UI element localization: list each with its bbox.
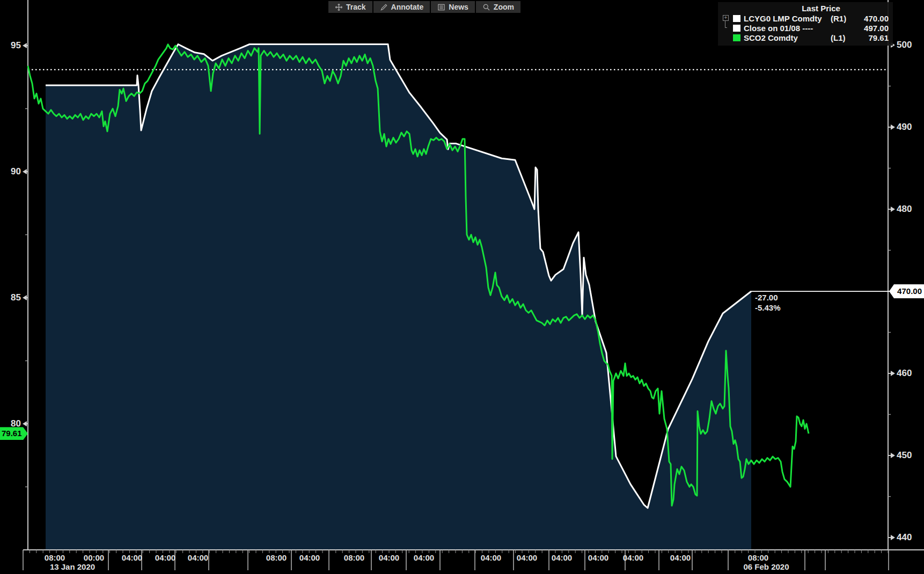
tick-arrow-icon bbox=[23, 169, 27, 174]
legend-row[interactable]: +LCYG0 LMP Comdty(R1)470.00 bbox=[721, 14, 889, 23]
right-axis-tick-label: 450 bbox=[891, 450, 912, 461]
toolbar-button-label: Zoom bbox=[494, 3, 514, 11]
x-axis-time-label: 04:00 bbox=[155, 553, 175, 562]
tick-arrow-icon bbox=[891, 453, 895, 458]
tick-value: 440 bbox=[897, 532, 912, 543]
x-axis-time-label: 08:00 bbox=[266, 553, 287, 562]
x-axis-time-label: 04:00 bbox=[623, 553, 643, 562]
tick-value: 90 bbox=[11, 166, 21, 177]
x-axis-time-label: 08:00 bbox=[45, 553, 65, 562]
right-axis-tick-label: 500 bbox=[891, 40, 912, 50]
tick-value: 450 bbox=[897, 450, 912, 461]
series-value: 497.00 bbox=[855, 24, 889, 33]
right-axis-tick-label: 460 bbox=[891, 368, 912, 379]
right-axis-tick-label: 440 bbox=[891, 532, 912, 543]
series-value: 79.61 bbox=[855, 33, 889, 42]
legend-row[interactable]: SCO2 Comdty(L1)79.61 bbox=[721, 33, 889, 42]
tick-arrow-icon bbox=[891, 124, 895, 130]
x-axis-time-label: 04:00 bbox=[122, 553, 142, 562]
legend-title: Last Price bbox=[721, 4, 889, 13]
zoom-button[interactable]: Zoom bbox=[476, 1, 520, 13]
x-axis-time-label: 04:00 bbox=[481, 553, 501, 562]
tick-arrow-icon bbox=[891, 371, 895, 376]
x-axis-time-label: 04:00 bbox=[588, 553, 608, 562]
series-label: SCO2 Comdty bbox=[744, 33, 831, 42]
track-icon bbox=[335, 3, 343, 11]
x-axis-time-label: 04:00 bbox=[379, 553, 399, 562]
x-axis-time-label: 04:00 bbox=[670, 553, 691, 562]
tick-value: 490 bbox=[897, 122, 912, 133]
tick-value: 500 bbox=[897, 40, 912, 50]
right-axis-tick-label: 480 bbox=[891, 204, 912, 215]
legend-panel: Last Price +LCYG0 LMP Comdty(R1)470.00Cl… bbox=[718, 2, 893, 46]
x-axis-time-label: 08:00 bbox=[344, 553, 364, 562]
last-price-label-left: 79.61 bbox=[0, 427, 28, 440]
plot-area[interactable] bbox=[0, 0, 924, 574]
x-axis-time-label: 04:00 bbox=[299, 553, 320, 562]
x-axis-time-label: 08:00 bbox=[748, 553, 768, 562]
left-axis-tick-label: 95 bbox=[0, 40, 27, 51]
legend-tree-spacer bbox=[721, 33, 733, 42]
change-absolute: -27.00 bbox=[755, 292, 781, 303]
x-axis-time-label: 04:00 bbox=[414, 553, 434, 562]
tick-arrow-icon bbox=[891, 207, 895, 212]
left-axis-tick-label: 90 bbox=[0, 166, 27, 177]
change-percent: -5.43% bbox=[755, 303, 781, 313]
series-label: LCYG0 LMP Comdty bbox=[744, 14, 831, 23]
toolbar-button-label: News bbox=[449, 3, 468, 11]
legend-tree-spacer bbox=[721, 24, 733, 33]
series-swatch-icon bbox=[733, 15, 740, 22]
legend-row[interactable]: Close on 01/08 ----497.00 bbox=[721, 24, 889, 33]
series-axis-tag: (L1) bbox=[831, 33, 855, 42]
annotate-icon bbox=[380, 3, 388, 11]
x-axis-date-label: 06 Feb 2020 bbox=[743, 562, 789, 571]
news-button[interactable]: News bbox=[431, 1, 475, 13]
right-axis-tick-label: 490 bbox=[891, 122, 912, 133]
x-axis-time-label: 04:00 bbox=[552, 553, 572, 562]
series-swatch-icon bbox=[733, 25, 740, 32]
last-price-label-right: 470.00 bbox=[889, 284, 924, 298]
change-annotation: -27.00 -5.43% bbox=[755, 292, 781, 313]
area-fill bbox=[46, 45, 751, 550]
series-swatch-icon bbox=[733, 34, 740, 41]
annotate-button[interactable]: Annotate bbox=[373, 1, 430, 13]
news-icon bbox=[437, 3, 445, 11]
tick-value: 460 bbox=[897, 368, 912, 379]
legend-expand-icon[interactable]: + bbox=[721, 14, 733, 23]
x-axis-time-label: 00:00 bbox=[84, 553, 104, 562]
chart-toolbar: TrackAnnotateNewsZoom bbox=[328, 1, 520, 13]
left-axis-tick-label: 85 bbox=[0, 292, 27, 303]
tick-value: 85 bbox=[11, 292, 21, 303]
tick-arrow-icon bbox=[23, 421, 27, 426]
tick-value: 95 bbox=[11, 40, 21, 51]
toolbar-button-label: Annotate bbox=[391, 3, 424, 11]
zoom-icon bbox=[482, 3, 490, 11]
series-axis-tag: (R1) bbox=[831, 14, 855, 23]
x-axis-date-label: 13 Jan 2020 bbox=[50, 562, 95, 571]
toolbar-button-label: Track bbox=[346, 3, 366, 11]
tick-arrow-icon bbox=[891, 535, 895, 540]
tick-arrow-icon bbox=[23, 295, 27, 300]
series-value: 470.00 bbox=[855, 14, 889, 23]
series-label: Close on 01/08 ---- bbox=[744, 24, 831, 33]
x-axis-time-label: 04:00 bbox=[188, 553, 208, 562]
x-axis-time-label: 04:00 bbox=[517, 553, 537, 562]
track-button[interactable]: Track bbox=[328, 1, 372, 13]
price-chart: TrackAnnotateNewsZoom Last Price +LCYG0 … bbox=[0, 0, 924, 574]
tick-value: 480 bbox=[897, 204, 912, 215]
tick-arrow-icon bbox=[23, 43, 27, 48]
